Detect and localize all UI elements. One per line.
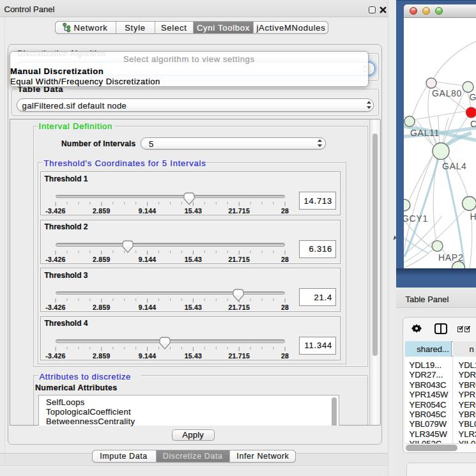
svg-text:GAL80: GAL80 <box>432 88 462 98</box>
svg-text:HAP2: HAP2 <box>438 252 463 263</box>
svg-text:GAL4: GAL4 <box>442 161 467 171</box>
svg-text:CDC: CDC <box>470 119 476 129</box>
svg-text:GCY1: GCY1 <box>404 213 428 224</box>
svg-text:GAL11: GAL11 <box>410 128 440 138</box>
svg-text:GAL2: GAL2 <box>469 92 476 102</box>
svg-text:HAP4: HAP4 <box>470 211 476 222</box>
